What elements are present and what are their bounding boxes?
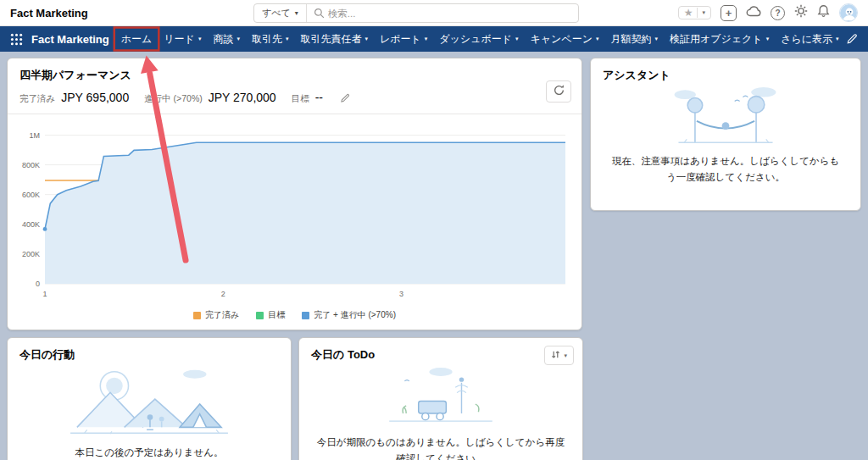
screen: Fact Marketing すべて ▾ ★ ▾ + ? <box>0 0 868 460</box>
tab-accounts[interactable]: 取引先▾ <box>252 32 289 47</box>
closed-label: 完了済み <box>19 93 55 105</box>
nav-tabs: ホームリード▾商談▾取引先▾取引先責任者▾レポート▾ダッシュボード▾キャンペーン… <box>121 32 841 47</box>
chevron-down-icon: ▾ <box>702 9 705 16</box>
legend-item: 目標 <box>256 309 285 321</box>
tab-contacts[interactable]: 取引先責任者▾ <box>300 32 368 47</box>
edit-navbar-pencil-icon[interactable] <box>846 33 858 45</box>
svg-text:0: 0 <box>36 280 40 288</box>
chevron-down-icon: ▾ <box>564 352 567 359</box>
legend-swatch <box>193 312 201 319</box>
svg-text:600K: 600K <box>22 191 40 199</box>
chevron-down-icon: ▾ <box>596 36 599 42</box>
svg-text:200K: 200K <box>22 250 40 258</box>
sort-icon <box>551 349 560 362</box>
tab-dashboards[interactable]: ダッシュボード▾ <box>439 32 518 47</box>
chevron-down-icon: ▾ <box>836 36 839 42</box>
assistant-message: 現在、注意事項はありません。しばらくしてからもう一度確認してください。 <box>591 149 860 186</box>
search-icon <box>307 8 328 19</box>
desert-cart-illustration <box>356 364 526 430</box>
legend-swatch <box>302 312 309 319</box>
tab-campaigns[interactable]: キャンペーン▾ <box>531 32 599 47</box>
star-icon: ★ <box>684 8 693 18</box>
question-icon: ? <box>775 8 780 18</box>
in-progress-value: JPY 270,000 <box>209 91 276 104</box>
goal-value: -- <box>315 91 323 104</box>
tab-label: 取引先 <box>252 32 282 47</box>
gear-icon <box>794 4 808 21</box>
todays-todo-card: 今日の ToDo ▾ 今日 <box>298 337 583 460</box>
chevron-down-icon: ▾ <box>515 36 519 42</box>
closed-value: JPY 695,000 <box>61 91 129 104</box>
setup-button[interactable] <box>794 4 808 21</box>
search-scope-selector[interactable]: すべて ▾ <box>254 4 307 22</box>
chevron-down-icon: ▾ <box>425 36 428 42</box>
app-launcher-icon[interactable] <box>10 33 23 46</box>
tab-label: さらに表示 <box>781 32 832 47</box>
tab-leads[interactable]: リード▾ <box>164 32 201 47</box>
goal-label: 目標 <box>292 93 309 105</box>
svg-text:1: 1 <box>42 290 47 298</box>
svg-text:2: 2 <box>221 290 225 298</box>
todo-message: 今日が期限のものはありません。しばらくしてから再度確認してください。 <box>299 430 582 460</box>
tab-label: 商談 <box>213 32 233 47</box>
chevron-down-icon: ▾ <box>286 36 289 42</box>
tab-label: リード <box>164 32 195 47</box>
legend-swatch <box>256 312 264 319</box>
global-search: すべて ▾ <box>253 3 579 23</box>
quarterly-performance-card: 四半期パフォーマンス 完了済み JPY 695,000 進行中 (>70%) J… <box>7 58 582 330</box>
avatar[interactable] <box>839 3 858 22</box>
legend-item: 完了済み <box>193 309 239 321</box>
todo-card-title: 今日の ToDo <box>299 338 582 364</box>
todo-empty-state: 今日が期限のものはありません。しばらくしてから再度確認してください。 <box>299 364 582 460</box>
chevron-down-icon: ▾ <box>236 36 240 42</box>
hammock-illustration <box>662 85 789 149</box>
performance-chart: 0200K400K600K800K1M123 <box>14 118 570 308</box>
search-input[interactable] <box>328 8 578 19</box>
refresh-button[interactable] <box>546 80 571 103</box>
tab-test-object[interactable]: 検証用オブジェクト▾ <box>670 32 769 47</box>
performance-summary: 完了済み JPY 695,000 進行中 (>70%) JPY 270,000 … <box>8 85 581 114</box>
legend-item: 完了 + 進行中 (>70%) <box>302 309 396 321</box>
tab-reports[interactable]: レポート▾ <box>380 32 427 47</box>
company-name: Fact Marketing <box>10 7 88 19</box>
events-message: 本日この後の予定はありません。 <box>58 441 241 460</box>
header-icons: ★ ▾ + ? <box>678 3 858 22</box>
global-header: Fact Marketing すべて ▾ ★ ▾ + ? <box>0 0 868 26</box>
tab-label: 取引先責任者 <box>300 32 361 47</box>
tab-label: ダッシュボード <box>439 32 512 47</box>
tab-home[interactable]: ホーム <box>121 32 153 47</box>
search-scope-label: すべて <box>262 7 291 19</box>
tab-label: キャンペーン <box>531 32 593 47</box>
svg-text:400K: 400K <box>22 220 40 229</box>
svg-text:800K: 800K <box>22 161 40 169</box>
assistant-card-title: アシスタント <box>591 58 860 85</box>
tab-more[interactable]: さらに表示▾ <box>781 32 838 47</box>
todays-events-card: 今日の行動 本日この後の予定 <box>7 337 292 460</box>
todo-sort-button[interactable]: ▾ <box>544 346 574 365</box>
svg-text:1M: 1M <box>29 131 40 140</box>
global-actions-button[interactable]: + <box>721 5 737 21</box>
tab-opportunities[interactable]: 商談▾ <box>213 32 240 47</box>
performance-card-title: 四半期パフォーマンス <box>8 58 581 85</box>
plus-icon: + <box>726 8 732 19</box>
cloud-icon <box>746 5 761 20</box>
chevron-down-icon: ▾ <box>654 36 658 42</box>
chevron-down-icon: ▾ <box>364 36 368 42</box>
chart-legend: 完了済み目標完了 + 進行中 (>70%) <box>8 309 581 321</box>
assistant-card: アシスタント 現在、注意事項はありません。しばらくしてからもう一度確認し <box>590 58 861 211</box>
svg-text:3: 3 <box>399 290 403 298</box>
tab-monthly-contract[interactable]: 月額契約▾ <box>610 32 658 47</box>
app-name: Fact Marketing <box>31 33 109 46</box>
assistant-empty-state: 現在、注意事項はありません。しばらくしてからもう一度確認してください。 <box>591 85 860 186</box>
help-button[interactable]: ? <box>771 6 785 20</box>
camping-illustration <box>59 364 239 441</box>
refresh-icon <box>553 84 565 99</box>
app-navbar: Fact Marketing ホームリード▾商談▾取引先▾取引先責任者▾レポート… <box>0 26 868 52</box>
guidance-button[interactable] <box>746 5 761 20</box>
events-empty-state: 本日この後の予定はありません。 <box>8 364 291 460</box>
edit-goal-pencil-icon[interactable] <box>340 93 350 103</box>
events-card-title: 今日の行動 <box>8 338 291 364</box>
favorites-button[interactable]: ★ ▾ <box>678 6 711 19</box>
notifications-button[interactable] <box>817 4 830 21</box>
chevron-down-icon: ▾ <box>198 36 202 42</box>
